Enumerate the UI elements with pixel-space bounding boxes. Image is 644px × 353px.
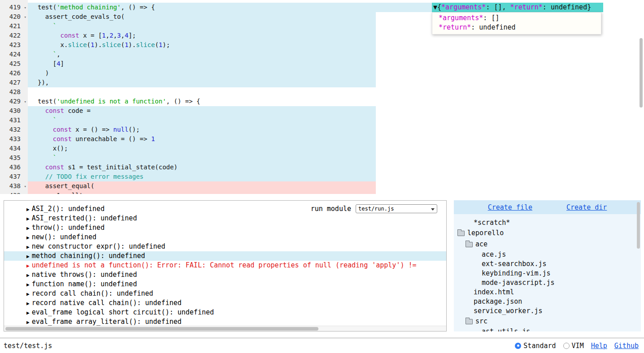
code-token: slice xyxy=(102,41,121,48)
code-token: 1 xyxy=(159,41,162,48)
expand-triangle-icon[interactable]: ▶ xyxy=(26,235,30,241)
run-module-selected-value: test/run.js xyxy=(358,206,394,212)
code-line[interactable]: test('undefined is not a function', () =… xyxy=(28,97,644,106)
file-tree-file[interactable]: index.html xyxy=(454,288,641,297)
test-result-text: ASI_restrited(): undefined xyxy=(32,214,137,222)
value-explorer-header[interactable]: ▼{*arguments*: [], *return*: undefined} xyxy=(432,3,603,12)
code-line[interactable]: assert_equal( xyxy=(28,181,644,191)
test-result-text: record native call chain(): undefined xyxy=(32,299,182,307)
file-tree-scrollbar-thumb[interactable] xyxy=(637,202,640,249)
line-number: 435 xyxy=(0,153,28,163)
test-result-row[interactable]: ▶native throws(): undefined xyxy=(4,270,446,280)
expand-triangle-icon[interactable]: ▶ xyxy=(26,301,30,306)
expand-triangle-icon[interactable]: ▶ xyxy=(26,244,30,250)
code-line[interactable]: ` xyxy=(28,116,644,125)
code-line[interactable]: const code = xyxy=(28,106,644,116)
line-number-text: 436 xyxy=(9,164,21,171)
fold-widget-icon[interactable]: ▾ xyxy=(24,3,26,13)
keybinding-vim-option[interactable]: VIM xyxy=(563,342,584,350)
code-token: , () => { xyxy=(166,98,200,105)
expand-triangle-icon[interactable]: ▶ xyxy=(26,216,30,222)
code-line[interactable]: const x = () => null(); xyxy=(28,125,644,134)
code-token: : [] xyxy=(483,14,499,22)
file-tree-file[interactable]: mode-javascript.js xyxy=(454,278,641,288)
file-tree-folder[interactable]: src xyxy=(454,316,641,327)
file-tree-file[interactable]: ast_utils.js xyxy=(454,327,641,331)
fold-widget-icon[interactable]: ▾ xyxy=(24,13,26,22)
test-result-text: new constructor expr(): undefined xyxy=(32,242,165,250)
code-line[interactable]: `, xyxy=(28,50,644,59)
expand-triangle-icon[interactable]: ▶ xyxy=(26,282,30,288)
line-number-text: 438 xyxy=(9,182,21,189)
radio-unselected-icon[interactable] xyxy=(563,343,570,349)
fold-widget-icon[interactable]: ▾ xyxy=(24,97,26,107)
line-number-text: 439 xyxy=(9,192,21,194)
value-explorer-row[interactable]: *arguments*: [] xyxy=(432,13,601,23)
code-token: ]; xyxy=(128,32,136,39)
editor-scrollbar-thumb[interactable] xyxy=(640,38,643,108)
code-line[interactable]: [4] xyxy=(28,59,644,69)
code-line[interactable]: x.slice(1).slice(1).slice(1); xyxy=(28,40,644,50)
expand-triangle-icon[interactable]: ▶ xyxy=(26,319,30,325)
file-tree-file[interactable]: ace.js xyxy=(454,250,641,259)
code-token xyxy=(38,173,45,180)
expand-triangle-icon[interactable]: ▶ xyxy=(26,310,30,316)
test-result-row[interactable]: ▶eval_frame logical short circuit(): und… xyxy=(4,308,446,317)
keybinding-standard-option[interactable]: Standard xyxy=(515,342,556,350)
github-link[interactable]: Github xyxy=(614,342,639,350)
code-token: }), xyxy=(38,79,49,86)
test-result-row[interactable]: ▶method chaining(): undefined xyxy=(4,251,446,261)
create-dir-link[interactable]: Create dir xyxy=(566,203,607,211)
code-line[interactable]: ) xyxy=(28,69,644,78)
expand-triangle-icon[interactable]: ▶ xyxy=(26,263,30,269)
file-tree-folder[interactable]: leporello xyxy=(454,228,641,239)
test-result-row[interactable]: ▶new(): undefined xyxy=(4,232,446,242)
value-explorer-row[interactable]: *return*: undefined xyxy=(432,23,601,32)
test-result-row[interactable]: ▶new constructor expr(): undefined xyxy=(4,242,446,251)
test-result-row[interactable]: ▶function name(): undefined xyxy=(4,280,446,289)
test-result-row[interactable]: ▶record native call chain(): undefined xyxy=(4,298,446,308)
line-number: 433 xyxy=(0,134,28,144)
expand-triangle-icon[interactable]: ▶ xyxy=(26,254,30,259)
create-file-link[interactable]: Create file xyxy=(488,203,532,211)
expand-triangle-icon[interactable]: ▶ xyxy=(26,225,30,231)
test-result-row[interactable]: ▶ASI_restrited(): undefined xyxy=(4,214,446,223)
test-result-row[interactable]: ▶record call chain(): undefined xyxy=(4,289,446,298)
code-line[interactable]: const s1 = test_initial_state(code) xyxy=(28,163,644,172)
file-tree-scrollbar[interactable] xyxy=(637,202,640,330)
code-line[interactable]: const unreachable = () => 1 xyxy=(28,134,644,144)
run-module-select[interactable]: test/run.js xyxy=(356,204,437,213)
line-number: 436 xyxy=(0,163,28,172)
file-tree-file[interactable]: keybinding-vim.js xyxy=(454,269,641,278)
results-horizontal-scrollbar[interactable] xyxy=(4,326,446,331)
fold-widget-icon[interactable]: ▾ xyxy=(24,182,26,191)
code-line[interactable] xyxy=(28,87,644,97)
code-token: ) xyxy=(38,69,49,77)
code-line[interactable]: }), xyxy=(28,78,644,87)
code-line[interactable]: s1.calltree xyxy=(28,191,644,194)
code-token: : undefined xyxy=(471,23,515,31)
file-tree-file[interactable]: service_worker.js xyxy=(454,306,641,316)
file-tree-folder[interactable]: ace xyxy=(454,239,641,250)
expand-triangle-icon[interactable]: ▶ xyxy=(26,272,30,278)
code-line[interactable]: // TODO fix error messages xyxy=(28,172,644,181)
test-result-row[interactable]: ▶undefined is not a function(): Error: F… xyxy=(4,261,446,270)
file-tree-file[interactable]: package.json xyxy=(454,297,641,306)
code-line[interactable]: ` xyxy=(28,153,644,163)
code-line[interactable]: x(); xyxy=(28,144,644,153)
editor-vertical-scrollbar[interactable] xyxy=(639,0,643,194)
help-link[interactable]: Help xyxy=(591,342,607,350)
expand-triangle-icon[interactable]: ▶ xyxy=(26,207,30,212)
line-number: 439 xyxy=(0,191,28,194)
code-token: , xyxy=(121,32,125,39)
expand-triangle-icon[interactable]: ▶ xyxy=(26,291,30,297)
test-result-row[interactable]: ▶throw(): undefined xyxy=(4,223,446,232)
file-name: ext-searchbox.js xyxy=(482,259,547,269)
file-tree-file[interactable]: *scratch* xyxy=(454,218,641,228)
results-scrollbar-thumb[interactable] xyxy=(5,327,318,331)
test-result-row[interactable]: ▶eval_frame array_literal(): undefined xyxy=(4,317,446,327)
radio-selected-icon[interactable] xyxy=(515,343,521,349)
line-number: 421 xyxy=(0,22,28,31)
file-tree-file[interactable]: ext-searchbox.js xyxy=(454,259,641,269)
line-number: 431 xyxy=(0,116,28,125)
